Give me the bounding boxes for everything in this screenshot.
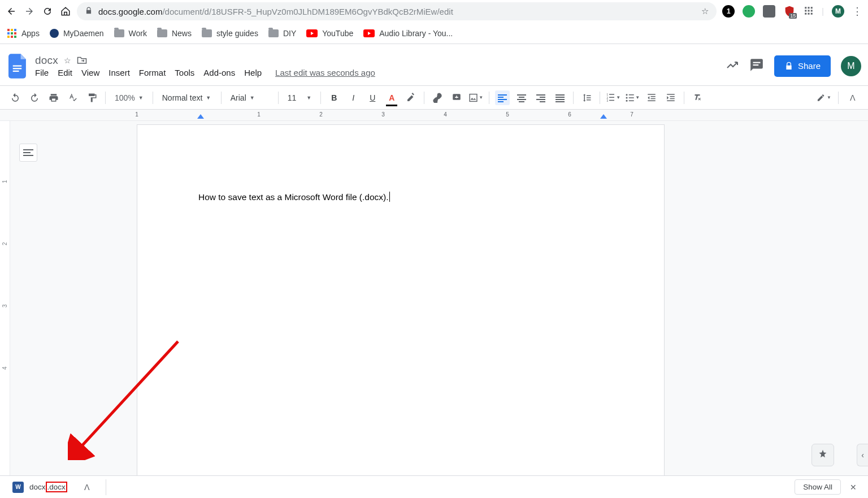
comments-icon[interactable] [749,58,764,74]
insert-comment-button[interactable] [449,90,464,105]
editing-mode-button[interactable]: ▼ [817,90,831,105]
align-right-button[interactable] [533,90,548,105]
ruler-indent-left[interactable] [197,114,204,119]
collapse-toolbar-button[interactable]: ᐱ [845,90,860,105]
svg-rect-26 [498,97,504,98]
print-button[interactable] [46,90,61,105]
forward-button[interactable] [24,6,35,17]
svg-rect-37 [555,94,565,96]
ext-shield-icon[interactable]: 15 [783,5,796,18]
activity-icon[interactable] [726,58,739,73]
side-panel-toggle[interactable]: ‹ [857,444,868,466]
decrease-indent-button[interactable] [644,90,659,105]
bookmark-item[interactable]: DIY [268,29,296,38]
menu-view[interactable]: View [81,68,99,77]
ext-gray-icon[interactable] [763,5,775,18]
svg-rect-12 [7,32,10,34]
align-left-button[interactable] [495,90,510,105]
browser-menu-icon[interactable]: ⋮ [852,5,862,18]
redo-button[interactable] [27,90,42,105]
share-button[interactable]: Share [774,55,831,77]
address-bar[interactable]: docs.google.com/document/d/18USFR-5_HupV… [77,2,717,20]
menu-edit[interactable]: Edit [58,68,72,77]
menu-file[interactable]: File [35,68,49,77]
bulleted-list-button[interactable]: ▼ [625,90,640,105]
document-page[interactable]: How to save text as a Microsoft Word fil… [137,124,665,475]
document-body-text[interactable]: How to save text as a Microsoft Word fil… [198,192,390,202]
bookmark-item[interactable]: MyDaemen [50,29,104,38]
bookmark-item[interactable]: style guides [202,29,258,38]
bookmark-item[interactable]: News [157,29,192,38]
svg-rect-39 [555,99,565,100]
text-color-button[interactable]: A [384,90,399,105]
menu-help[interactable]: Help [244,68,262,77]
last-edit-link[interactable]: Last edit was seconds ago [275,68,375,77]
docs-logo-icon[interactable] [7,51,29,81]
move-icon[interactable] [77,55,87,66]
bookmark-item[interactable]: YouTube [306,29,353,38]
ext-badge-icon[interactable]: 1 [722,5,735,18]
folder-icon [157,29,167,37]
home-button[interactable] [60,6,71,17]
menu-tools[interactable]: Tools [175,68,194,77]
increase-indent-button[interactable] [663,90,678,105]
document-outline-button[interactable] [19,144,37,162]
vertical-ruler[interactable]: 1 2 3 4 [0,121,10,475]
menu-insert[interactable]: Insert [108,68,130,77]
text-cursor [389,192,390,202]
svg-rect-1 [808,7,810,8]
zoom-dropdown[interactable]: 100%▼ [111,93,147,102]
reload-button[interactable] [42,6,53,17]
align-center-button[interactable] [514,90,529,105]
download-chevron-icon[interactable]: ᐱ [84,483,90,492]
numbered-list-button[interactable]: 123▼ [606,90,620,105]
ruler-indent-right[interactable] [600,114,607,119]
bookmark-item[interactable]: Work [114,29,147,38]
svg-rect-16 [11,36,13,38]
svg-rect-60 [667,100,675,101]
font-size-dropdown[interactable]: 11▼ [284,93,315,102]
paragraph-style-dropdown[interactable]: Normal text▼ [159,93,215,102]
ext-green-icon[interactable] [743,5,755,18]
undo-button[interactable] [8,90,23,105]
horizontal-ruler[interactable]: 1 1 2 3 4 5 6 7 [0,110,868,121]
download-filename: docx.docx [29,483,67,491]
svg-rect-24 [470,94,477,101]
svg-rect-34 [540,97,545,98]
account-avatar[interactable]: M [841,56,861,76]
align-justify-button[interactable] [553,90,567,105]
insert-link-button[interactable] [430,90,445,105]
close-download-bar-button[interactable]: ✕ [845,483,861,492]
profile-avatar[interactable]: M [832,5,844,18]
italic-button[interactable]: I [346,90,361,105]
download-item[interactable]: W docx.docx ᐱ [7,478,96,496]
highlight-button[interactable] [403,90,418,105]
svg-rect-52 [629,100,634,101]
apps-shortcut[interactable]: Apps [7,28,40,38]
back-button[interactable] [6,6,17,17]
bookmark-item[interactable]: Audio Library - You... [363,29,453,38]
insert-image-button[interactable]: ▼ [468,90,483,105]
document-title[interactable]: docx [35,54,58,67]
menu-format[interactable]: Format [139,68,166,77]
star-icon[interactable]: ☆ [701,6,709,16]
svg-rect-54 [651,96,656,97]
explore-button[interactable] [811,444,834,466]
paint-format-button[interactable] [85,90,99,105]
spellcheck-button[interactable] [66,90,80,105]
svg-rect-42 [609,94,614,95]
menu-addons[interactable]: Add-ons [203,68,235,77]
youtube-icon [306,29,318,37]
word-file-icon: W [12,482,24,493]
clear-formatting-button[interactable] [690,90,705,105]
line-spacing-button[interactable] [579,90,594,105]
youtube-icon [363,29,375,37]
star-icon[interactable]: ☆ [64,56,71,65]
apps-grid-icon[interactable] [804,6,814,18]
bold-button[interactable]: B [327,90,341,105]
show-all-downloads-button[interactable]: Show All [795,479,841,495]
underline-button[interactable]: U [365,90,380,105]
svg-rect-4 [808,10,810,11]
svg-rect-0 [805,7,807,8]
font-dropdown[interactable]: Arial▼ [227,93,272,102]
